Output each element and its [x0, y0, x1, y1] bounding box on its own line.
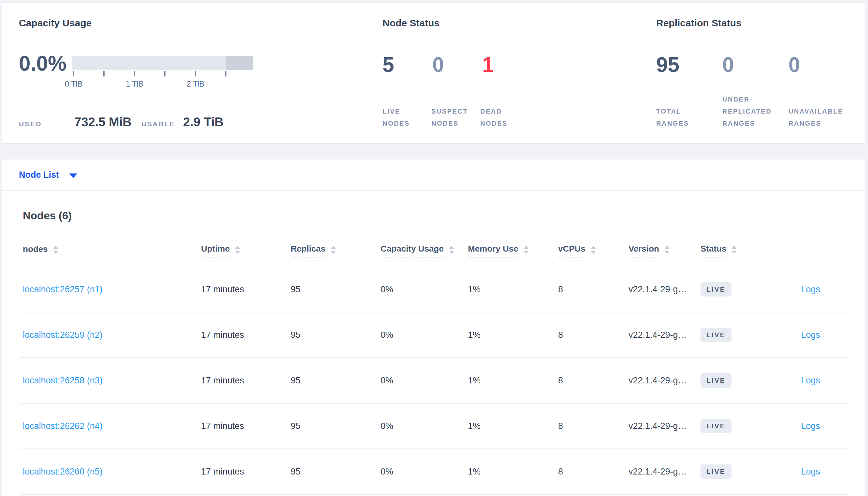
table-row: localhost:26262 (n4) 17 minutes 95 0% 1%…	[20, 404, 849, 449]
uptime-cell: 17 minutes	[201, 330, 290, 340]
under-replicated-ranges-count: 0	[722, 53, 789, 76]
node-link[interactable]: localhost:26260 (n5)	[23, 467, 103, 477]
table-row: localhost:26258 (n3) 17 minutes 95 0% 1%…	[20, 358, 849, 404]
used-label: USED	[19, 120, 42, 128]
live-nodes-count: 5	[383, 53, 432, 76]
vcpus-cell: 8	[558, 421, 629, 431]
usable-value: 2.9 TiB	[183, 115, 224, 129]
live-nodes-label: LIVE NODES	[383, 106, 428, 129]
sort-icon	[449, 246, 454, 254]
status-badge: LIVE	[701, 464, 732, 479]
capacity-tick-label-2: 2 TiB	[187, 79, 205, 89]
unavailable-ranges-count: 0	[789, 53, 855, 76]
column-header-vcpus[interactable]: vCPUs	[558, 244, 629, 258]
replicas-cell: 95	[290, 284, 380, 295]
version-cell: v22.1.4-29-g…	[629, 284, 701, 295]
sort-icon	[732, 246, 737, 254]
capacity-axis-tick	[103, 71, 105, 77]
node-list-dropdown-label: Node List	[19, 170, 59, 180]
uptime-cell: 17 minutes	[201, 421, 290, 431]
capacity-used-percent: 0.0%	[19, 52, 66, 75]
nodes-table: nodes Uptime Replicas Capacity Usage Mem…	[20, 234, 849, 495]
used-value: 732.5 MiB	[74, 115, 131, 129]
status-badge: LIVE	[701, 419, 732, 433]
suspect-nodes-count: 0	[432, 53, 482, 76]
capacity-axis-tick	[73, 71, 74, 77]
capacity-usage-bar	[72, 56, 253, 69]
cluster-summary-panel: Capacity Usage 0.0% 0 TiB 1 TiB 2 TiB US…	[2, 2, 865, 144]
capacity-axis-tick	[195, 71, 196, 77]
capacity-axis-tick	[225, 71, 226, 77]
vcpus-cell: 8	[558, 284, 629, 295]
version-cell: v22.1.4-29-g…	[629, 330, 701, 340]
sort-icon	[53, 246, 58, 254]
column-header-version[interactable]: Version	[629, 244, 701, 258]
total-ranges-count: 95	[656, 53, 722, 76]
status-badge: LIVE	[701, 373, 732, 388]
uptime-cell: 17 minutes	[201, 467, 290, 477]
capacity-cell: 0%	[380, 284, 468, 295]
table-row: localhost:26259 (n2) 17 minutes 95 0% 1%…	[20, 312, 849, 358]
memory-cell: 1%	[468, 467, 558, 477]
node-status-title: Node Status	[383, 18, 439, 29]
total-ranges-label: TOTAL RANGES	[656, 106, 713, 129]
sort-icon	[235, 246, 240, 254]
version-cell: v22.1.4-29-g…	[629, 467, 701, 477]
sort-icon	[664, 246, 670, 254]
vcpus-cell: 8	[558, 330, 629, 340]
node-link[interactable]: localhost:26262 (n4)	[23, 421, 103, 431]
uptime-cell: 17 minutes	[201, 284, 290, 295]
sort-icon	[524, 246, 529, 254]
table-row: localhost:26257 (n1) 17 minutes 95 0% 1%…	[20, 267, 849, 312]
node-link[interactable]: localhost:26259 (n2)	[23, 330, 103, 340]
status-badge: LIVE	[701, 282, 732, 296]
column-header-replicas[interactable]: Replicas	[290, 244, 380, 258]
capacity-tick-label-0: 0 TiB	[65, 79, 83, 89]
capacity-cell: 0%	[380, 421, 468, 431]
node-list-panel: Node List Nodes (6) nodes Uptime Replica…	[2, 159, 865, 496]
capacity-cell: 0%	[380, 467, 468, 477]
column-header-nodes[interactable]: nodes	[20, 244, 201, 257]
table-row: localhost:26260 (n5) 17 minutes 95 0% 1%…	[20, 449, 849, 495]
memory-cell: 1%	[468, 421, 558, 431]
replicas-cell: 95	[290, 376, 380, 386]
node-status-numbers: 5 0 1	[383, 53, 532, 76]
under-replicated-ranges-label: UNDER-REPLICATED RANGES	[722, 93, 779, 129]
replicas-cell: 95	[290, 467, 380, 477]
logs-link[interactable]: Logs	[801, 421, 820, 431]
node-status-labels: LIVE NODES SUSPECT NODES DEAD NODES	[383, 106, 529, 129]
usable-label: USABLE	[141, 120, 175, 128]
column-header-status[interactable]: Status	[701, 244, 769, 258]
replication-status-labels: TOTAL RANGES UNDER-REPLICATED RANGES UNA…	[656, 93, 855, 129]
column-header-memory-use[interactable]: Memory Use	[468, 244, 558, 258]
vcpus-cell: 8	[558, 467, 629, 477]
version-cell: v22.1.4-29-g…	[629, 376, 701, 386]
node-list-dropdown[interactable]: Node List	[2, 159, 865, 191]
nodes-table-header-row: nodes Uptime Replicas Capacity Usage Mem…	[20, 234, 849, 267]
uptime-cell: 17 minutes	[201, 376, 290, 386]
vcpus-cell: 8	[558, 376, 629, 386]
dead-nodes-count: 1	[482, 53, 532, 76]
capacity-tick-label-1: 1 TiB	[126, 79, 144, 89]
node-link[interactable]: localhost:26257 (n1)	[23, 284, 103, 294]
sort-icon	[591, 246, 596, 254]
replication-status-title: Replication Status	[656, 18, 742, 29]
dead-nodes-label: DEAD NODES	[480, 106, 526, 129]
memory-cell: 1%	[468, 284, 558, 295]
column-header-uptime[interactable]: Uptime	[201, 244, 290, 258]
logs-link[interactable]: Logs	[801, 330, 820, 340]
logs-link[interactable]: Logs	[801, 467, 820, 477]
logs-link[interactable]: Logs	[801, 376, 820, 385]
status-badge: LIVE	[701, 328, 732, 342]
capacity-detail-row: USED 732.5 MiB USABLE 2.9 TiB	[19, 115, 224, 129]
capacity-axis-tick	[134, 71, 135, 77]
version-cell: v22.1.4-29-g…	[629, 421, 701, 431]
unavailable-ranges-label: UNAVAILABLE RANGES	[789, 106, 845, 129]
logs-link[interactable]: Logs	[801, 284, 820, 294]
node-link[interactable]: localhost:26258 (n3)	[23, 376, 103, 385]
column-header-capacity-usage[interactable]: Capacity Usage	[380, 244, 468, 258]
memory-cell: 1%	[468, 376, 558, 386]
capacity-bar-dark-segment	[226, 56, 253, 69]
suspect-nodes-label: SUSPECT NODES	[431, 106, 477, 129]
replicas-cell: 95	[290, 421, 380, 431]
